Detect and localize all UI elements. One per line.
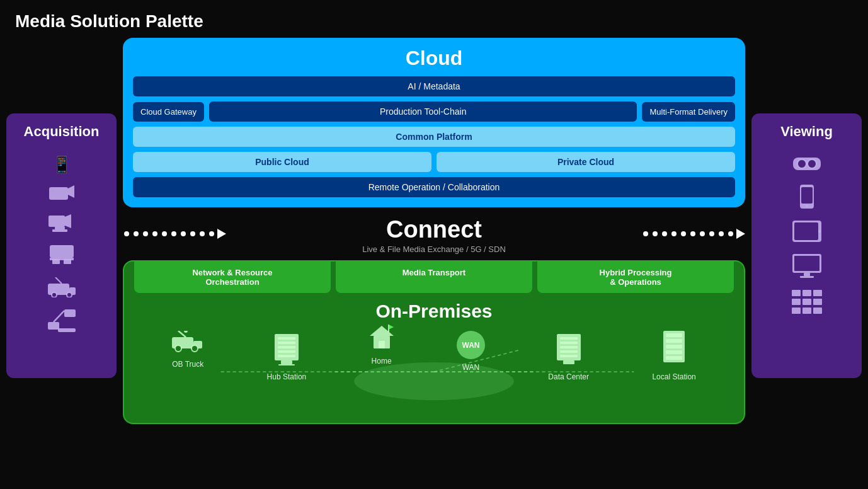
svg-rect-4 <box>55 227 65 229</box>
svg-point-30 <box>184 331 188 333</box>
ob-truck-node: OB Truck <box>172 331 203 369</box>
hub-station-node: Hub Station <box>267 331 307 381</box>
svg-rect-34 <box>278 346 295 348</box>
premises-section: Network & ResourceOrchestration Media Tr… <box>123 260 745 424</box>
connect-title: Connect <box>386 216 482 243</box>
page-title: Media Solution Palette <box>0 0 868 38</box>
local-station-node: Local Station <box>652 331 695 381</box>
home-icon <box>370 325 394 354</box>
svg-rect-0 <box>49 187 68 200</box>
tablet-icon <box>792 221 821 246</box>
ai-bar: AI / Metadata <box>133 76 735 96</box>
cloud-gateway-bar: Cloud Gateway <box>133 102 204 122</box>
ob-truck-icon <box>172 331 203 357</box>
wan-icon: WAN <box>457 331 485 359</box>
svg-rect-78 <box>813 308 822 314</box>
svg-line-14 <box>55 277 62 284</box>
svg-rect-64 <box>794 222 818 240</box>
premises-top-bars: Network & ResourceOrchestration Media Tr… <box>134 262 734 293</box>
svg-rect-5 <box>52 229 67 232</box>
svg-rect-45 <box>560 337 578 340</box>
svg-point-59 <box>808 159 816 168</box>
svg-rect-38 <box>278 364 295 365</box>
acquisition-title: Acquisition <box>24 124 100 140</box>
camera-icon <box>49 182 74 205</box>
svg-rect-9 <box>50 258 74 260</box>
svg-rect-15 <box>48 322 59 330</box>
wan-node: WAN WAN <box>457 331 485 372</box>
svg-line-16 <box>54 311 64 322</box>
svg-rect-2 <box>49 216 65 227</box>
svg-rect-35 <box>278 350 295 353</box>
svg-point-65 <box>818 230 821 233</box>
svg-rect-53 <box>666 339 682 343</box>
connection-lines <box>134 331 734 413</box>
vr-headset-icon <box>793 155 821 177</box>
network-bar: Network & ResourceOrchestration <box>134 262 331 293</box>
home-node: Home <box>370 325 394 365</box>
svg-point-24 <box>354 362 514 400</box>
hybrid-processing-bar: Hybrid Processing& Operations <box>537 262 734 293</box>
svg-rect-37 <box>281 360 292 364</box>
svg-rect-41 <box>379 341 385 348</box>
svg-rect-47 <box>560 346 578 348</box>
svg-rect-75 <box>813 299 822 305</box>
svg-rect-32 <box>278 337 295 340</box>
svg-rect-10 <box>48 284 69 295</box>
remote-ops-bar: Remote Operation / Collaboration <box>133 177 735 197</box>
wan-label: WAN <box>462 363 480 372</box>
local-station-icon <box>663 331 685 370</box>
viewing-title: Viewing <box>780 124 833 140</box>
cloud-section: Cloud AI / Metadata Cloud Gateway Produc… <box>123 38 745 207</box>
svg-rect-67 <box>794 256 819 271</box>
svg-rect-68 <box>804 273 810 276</box>
svg-rect-36 <box>278 355 295 357</box>
svg-rect-72 <box>813 290 822 296</box>
grid-display-icon <box>792 290 822 318</box>
data-center-node: Data Center <box>548 331 589 381</box>
connect-subtitle: Live & File Media Exchange / 5G / SDN <box>362 244 506 254</box>
acquisition-panel: Acquisition 📱 <box>6 113 117 378</box>
left-arrow <box>123 229 226 239</box>
svg-point-12 <box>52 292 57 297</box>
right-arrow <box>642 229 745 239</box>
svg-rect-49 <box>560 355 578 357</box>
premises-diagram: OB Truck <box>134 331 734 413</box>
multi-camera-icon <box>49 213 75 238</box>
svg-rect-46 <box>560 342 578 344</box>
phone-icon: 📱 <box>52 155 72 175</box>
svg-rect-56 <box>666 356 682 360</box>
common-platform-bar: Common Platform <box>133 127 735 147</box>
cloud-title: Cloud <box>133 47 735 70</box>
svg-rect-69 <box>800 276 814 278</box>
svg-rect-52 <box>666 333 682 337</box>
connect-section: Connect Live & File Media Exchange / 5G … <box>123 207 745 260</box>
ob-truck-label: OB Truck <box>172 360 203 369</box>
crane-camera-icon <box>48 309 76 337</box>
center-content: Cloud AI / Metadata Cloud Gateway Produc… <box>123 38 745 424</box>
smartphone-icon <box>800 185 814 213</box>
svg-rect-18 <box>58 328 76 332</box>
svg-point-28 <box>191 345 198 352</box>
monitor-icon <box>792 254 821 282</box>
ob-van-icon <box>48 277 76 302</box>
local-station-label: Local Station <box>652 372 695 381</box>
premises-title: On-Premises <box>134 301 734 322</box>
multi-format-bar: Multi-Format Delivery <box>642 102 735 122</box>
svg-rect-17 <box>64 309 76 317</box>
svg-marker-3 <box>65 214 71 228</box>
viewing-panel: Viewing <box>751 113 862 378</box>
svg-point-27 <box>175 345 181 352</box>
svg-point-58 <box>797 159 806 168</box>
svg-rect-61 <box>801 187 813 204</box>
private-cloud-bar: Private Cloud <box>437 152 735 172</box>
data-center-label: Data Center <box>548 372 589 381</box>
tape-icon <box>50 245 74 270</box>
svg-rect-48 <box>560 350 578 353</box>
hub-station-icon <box>273 331 300 370</box>
svg-rect-33 <box>278 342 295 344</box>
svg-rect-54 <box>666 345 682 348</box>
svg-rect-71 <box>802 290 811 296</box>
svg-rect-6 <box>50 245 74 258</box>
production-bar: Production Tool-Chain <box>209 101 637 122</box>
